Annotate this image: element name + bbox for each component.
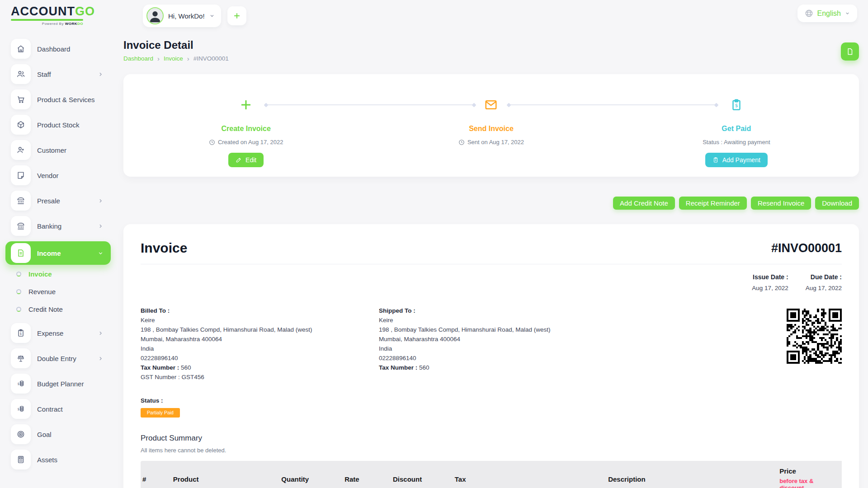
sidebar-item-contract[interactable]: $ Contract <box>11 399 115 419</box>
sidebar-item-income[interactable]: Income <box>5 241 111 265</box>
sidebar-item-budget-planner[interactable]: $ Budget Planner <box>11 374 115 394</box>
receipt-reminder-button[interactable]: Receipt Reminder <box>679 197 747 210</box>
user-greeting: Hi, WorkDo! <box>168 12 205 20</box>
avatar <box>146 7 164 24</box>
logo-underline <box>11 19 83 21</box>
issue-date-label: Issue Date : <box>752 273 788 281</box>
add-credit-note-button[interactable]: Add Credit Note <box>613 197 675 210</box>
envelope-icon <box>481 95 501 115</box>
billed-address-1: 198 , Bombay Talkies Compd, Himanshurai … <box>141 325 379 334</box>
sidebar-item-dashboard[interactable]: Dashboard <box>11 39 115 59</box>
add-payment-button[interactable]: $ Add Payment <box>705 153 768 167</box>
bullet-icon <box>16 289 21 294</box>
step-title: Send Invoice <box>469 125 514 133</box>
edit-button[interactable]: Edit <box>228 153 264 167</box>
users-icon <box>11 64 31 84</box>
sidebar-subitem-credit-note[interactable]: Credit Note <box>16 305 115 313</box>
invoice-actions: Add Credit Note Receipt Reminder Resend … <box>123 197 859 210</box>
chevron-right-icon <box>98 71 104 77</box>
shipped-name: Keire <box>379 315 617 325</box>
language-selector[interactable]: English <box>797 5 857 22</box>
svg-text:$: $ <box>20 332 22 336</box>
billed-address-2: Mumbai, Maharashtra 400064 <box>141 334 379 344</box>
sidebar-item-banking[interactable]: Banking <box>11 216 115 236</box>
shipped-to-block: Shipped To : Keire 198 , Bombay Talkies … <box>379 306 617 382</box>
sidebar-item-assets[interactable]: Assets <box>11 450 115 469</box>
step-subtitle: Status : Awaiting payment <box>703 139 770 145</box>
shipped-address-1: 198 , Bombay Talkies Compd, Himanshurai … <box>379 325 617 334</box>
svg-text:$: $ <box>735 103 738 108</box>
logo-text-account: ACCOUNT <box>11 5 75 18</box>
invoice-heading: Invoice <box>141 240 187 256</box>
breadcrumb-current: #INVO00001 <box>193 55 229 62</box>
chevron-right-icon <box>98 356 104 361</box>
product-table: # Product Quantity Rate Discount Tax Des… <box>141 461 842 488</box>
product-summary-title: Product Summary <box>141 434 842 443</box>
cart-icon <box>11 89 31 109</box>
step-connector <box>509 104 717 105</box>
svg-text:$: $ <box>18 382 20 386</box>
cube-icon <box>11 115 31 135</box>
coins-dollar-icon: $ <box>11 399 31 419</box>
document-icon <box>846 47 854 56</box>
chevron-down-icon <box>845 11 850 16</box>
billed-name: Keire <box>141 315 379 325</box>
sidebar-subitem-revenue[interactable]: Revenue <box>16 288 115 296</box>
price-note: before tax & discount <box>779 478 836 488</box>
pencil-icon <box>236 157 242 163</box>
resend-invoice-button[interactable]: Resend Invoice <box>751 197 811 210</box>
sidebar-item-customer[interactable]: Customer <box>11 140 115 160</box>
col-header-rate: Rate <box>339 461 387 488</box>
download-button[interactable]: Download <box>815 197 859 210</box>
sidebar-item-presale[interactable]: Presale <box>11 191 115 211</box>
page-title: Invoice Detail <box>123 39 229 52</box>
breadcrumb-invoice[interactable]: Invoice <box>164 55 183 62</box>
sidebar-item-vendor[interactable]: Vendor <box>11 165 115 185</box>
shipped-tax-number: Tax Number : 560 <box>379 363 617 372</box>
shipped-phone: 02228896140 <box>379 353 617 363</box>
user-menu[interactable]: Hi, WorkDo! <box>143 5 221 27</box>
logo-text-go: GO <box>75 5 95 18</box>
due-date-label: Due Date : <box>806 273 842 281</box>
due-date-block: Due Date : Aug 17, 2022 <box>806 273 842 291</box>
page-header: Invoice Detail Dashboard › Invoice › #IN… <box>123 39 859 62</box>
bullet-icon <box>16 272 21 277</box>
step-connector <box>266 104 474 105</box>
add-button[interactable] <box>227 6 246 25</box>
table-header-row: # Product Quantity Rate Discount Tax Des… <box>141 461 842 488</box>
bank-icon <box>11 216 31 236</box>
app-logo[interactable]: ACCOUNTGO Powered By WORKDO <box>11 5 116 26</box>
user-plus-icon <box>11 140 31 160</box>
svg-text:$: $ <box>18 407 20 411</box>
invoice-card: Invoice #INVO00001 Issue Date : Aug 17, … <box>123 224 859 488</box>
home-icon <box>11 39 31 59</box>
breadcrumb-separator: › <box>157 55 160 62</box>
sidebar-item-double-entry[interactable]: Double Entry <box>11 348 115 368</box>
clock-icon <box>209 139 215 145</box>
sidebar-item-goal[interactable]: Goal <box>11 424 115 444</box>
plus-icon <box>236 95 256 115</box>
billed-phone: 02228896140 <box>141 353 379 363</box>
issue-date-value: Aug 17, 2022 <box>752 285 788 291</box>
step-send-invoice: Send Invoice Sent on Aug 17, 2022 <box>368 95 613 167</box>
export-document-button[interactable] <box>841 42 859 61</box>
calculator-icon <box>11 450 31 469</box>
breadcrumb-dashboard[interactable]: Dashboard <box>123 55 153 62</box>
billed-gst-number: GST Number : GST456 <box>141 372 379 382</box>
svg-text:$: $ <box>715 159 716 161</box>
clock-icon <box>458 139 465 145</box>
shipped-address-3: India <box>379 344 617 353</box>
chevron-right-icon <box>98 223 104 229</box>
col-header-discount: Discount <box>387 461 449 488</box>
col-header-price: Pricebefore tax & discount <box>774 461 842 488</box>
chevron-down-icon <box>209 13 215 19</box>
sidebar-item-product-services[interactable]: Product & Services <box>11 89 115 109</box>
chevron-right-icon <box>98 198 104 204</box>
col-header-quantity: Quantity <box>276 461 339 488</box>
sidebar-item-expense[interactable]: $ Expense <box>11 323 115 343</box>
sidebar-item-product-stock[interactable]: Product Stock <box>11 115 115 135</box>
sidebar-item-staff[interactable]: Staff <box>11 64 115 84</box>
sidebar-subitem-invoice[interactable]: Invoice <box>16 270 115 278</box>
coins-dollar-icon: $ <box>11 374 31 394</box>
issue-date-block: Issue Date : Aug 17, 2022 <box>752 273 788 291</box>
